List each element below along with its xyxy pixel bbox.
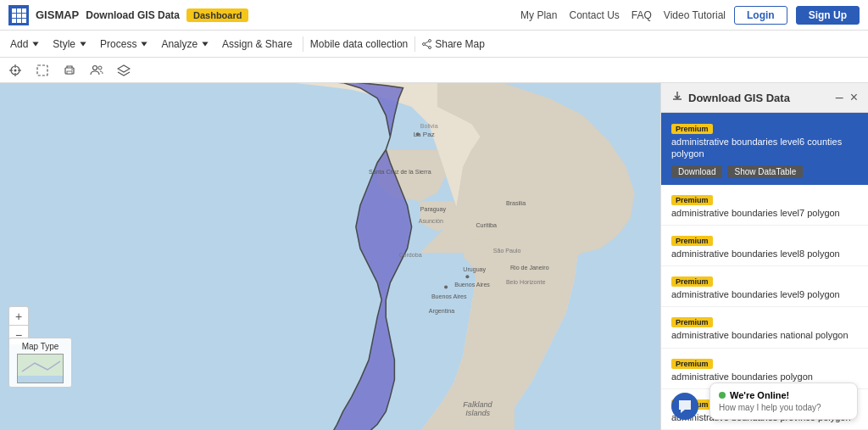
map-tool-crosshair[interactable] [7, 62, 24, 79]
toolbar-divider-2 [415, 36, 415, 52]
toolbar-add[interactable]: Add [7, 36, 44, 52]
map-tool-print[interactable] [61, 62, 78, 79]
svg-text:Buenos Aires: Buenos Aires [454, 282, 490, 288]
toolbar-analyze[interactable]: Analyze [158, 36, 214, 52]
toolbar-analyze-label: Analyze [161, 38, 198, 50]
svg-rect-1 [17, 8, 21, 13]
map-svg: Falkland Islands La Paz Bolivia Santa Cr… [0, 83, 660, 430]
svg-rect-7 [17, 19, 21, 23]
toolbar-share-map[interactable]: Share Map [422, 38, 485, 50]
share-icon [422, 39, 432, 49]
main-area: Falkland Islands La Paz Bolivia Santa Cr… [0, 83, 868, 430]
map-canvas[interactable]: Falkland Islands La Paz Bolivia Santa Cr… [0, 83, 660, 430]
map-type-thumbnail[interactable] [17, 354, 64, 383]
premium-layer-item[interactable]: Premiumadministrative boundaries level8 … [661, 226, 868, 266]
online-indicator [719, 392, 726, 399]
svg-rect-0 [12, 8, 16, 13]
map-tool-select[interactable] [34, 62, 51, 79]
svg-point-46 [444, 285, 448, 288]
svg-line-13 [426, 44, 429, 46]
login-button[interactable]: Login [734, 6, 787, 25]
logo-icon [8, 5, 29, 25]
nav-my-plan[interactable]: My Plan [520, 9, 557, 21]
toolbar-assign-share[interactable]: Assign & Share [219, 36, 296, 52]
svg-text:Asunción: Asunción [419, 218, 443, 225]
svg-rect-5 [22, 14, 26, 18]
panel-close-button[interactable]: × [850, 91, 858, 104]
toolbar-mobile-data[interactable]: Mobile data collection [310, 38, 408, 50]
svg-rect-8 [22, 19, 26, 23]
premium-layer-item[interactable]: Premiumadministrative boundaries nationa… [661, 307, 868, 348]
svg-text:Falkland: Falkland [463, 400, 492, 409]
svg-rect-3 [12, 14, 16, 18]
chat-help-label: How may I help you today? [719, 403, 849, 412]
selected-layer-item[interactable]: Premium administrative boundaries level6… [661, 113, 868, 185]
svg-text:Islands: Islands [465, 409, 490, 417]
svg-point-24 [93, 65, 97, 70]
panel-header: Download GIS Data – × [661, 83, 868, 113]
show-datatable-button[interactable]: Show DataTable [727, 165, 803, 178]
toolbar-add-label: Add [10, 38, 28, 50]
layer-item-text: administrative boundaries national polyg… [671, 329, 858, 341]
right-panel: Download GIS Data – × Premium administra… [660, 83, 868, 430]
panel-header-controls: – × [836, 91, 858, 104]
svg-point-44 [416, 132, 420, 136]
chat-widget: We're Online! How may I help you today? [709, 383, 858, 420]
header-right: My Plan Contact Us FAQ Video Tutorial Lo… [520, 6, 860, 25]
map-tool-layers[interactable] [115, 62, 132, 79]
svg-text:Paraguay: Paraguay [420, 206, 447, 213]
svg-text:Santa Cruz de la Sierra: Santa Cruz de la Sierra [369, 169, 431, 176]
svg-text:Rio de Janeiro: Rio de Janeiro [510, 265, 549, 271]
nav-faq[interactable]: FAQ [632, 9, 652, 21]
toolbar-process[interactable]: Process [97, 36, 153, 52]
premium-badge: Premium [671, 195, 713, 205]
svg-line-12 [426, 41, 429, 42]
share-map-label: Share Map [435, 38, 485, 50]
chevron-down-icon [78, 39, 88, 49]
svg-text:Córdoba: Córdoba [398, 252, 421, 259]
svg-text:Belo Horizonte: Belo Horizonte [506, 279, 545, 286]
svg-point-10 [429, 46, 431, 48]
layer-item-text: administrative boundaries polygon [671, 371, 858, 383]
map-type-label: Map Type [13, 342, 68, 351]
svg-point-25 [98, 66, 102, 70]
toolbar: Add Style Process Analyze Assign & Share… [0, 31, 868, 58]
premium-badge: Premium [671, 276, 713, 287]
signup-button[interactable]: Sign Up [796, 6, 860, 25]
chat-toggle-button[interactable] [671, 393, 698, 420]
svg-point-9 [429, 39, 431, 42]
svg-text:Uruguay: Uruguay [463, 266, 486, 273]
nav-video-tutorial[interactable]: Video Tutorial [664, 9, 726, 21]
toolbar-style[interactable]: Style [49, 36, 92, 52]
svg-text:São Paulo: São Paulo [493, 248, 521, 254]
chat-online-label: We're Online! [730, 390, 789, 400]
dashboard-badge[interactable]: Dashboard [186, 8, 248, 22]
premium-layer-item[interactable]: Premiumadministrative boundaries level7 … [661, 185, 868, 226]
svg-rect-22 [67, 71, 72, 74]
layer-item-text: administrative boundaries level9 polygon [671, 288, 858, 300]
premium-badge: Premium [671, 359, 713, 369]
svg-rect-4 [17, 14, 21, 18]
toolbar-divider [303, 36, 303, 52]
premium-badge: Premium [671, 236, 713, 246]
header-download-gis[interactable]: Download GIS Data [86, 9, 180, 21]
premium-layer-item[interactable]: Premiumadministrative boundaries level9 … [661, 266, 868, 307]
panel-header-left: Download GIS Data [671, 90, 790, 105]
svg-rect-2 [22, 8, 26, 13]
zoom-in-button[interactable]: + [9, 307, 28, 326]
svg-rect-20 [37, 65, 47, 75]
premium-badge: Premium [671, 317, 713, 327]
panel-minimize-button[interactable]: – [836, 91, 843, 104]
map-type-box: Map Type [8, 338, 72, 388]
svg-point-23 [71, 69, 73, 70]
svg-point-11 [423, 42, 426, 45]
selected-premium-badge: Premium [671, 124, 713, 134]
chevron-down-icon [200, 39, 210, 49]
map-tool-users[interactable] [88, 62, 105, 79]
selected-item-actions: Download Show DataTable [671, 165, 858, 178]
svg-rect-6 [12, 19, 16, 23]
svg-text:Bolivia: Bolivia [420, 123, 438, 130]
logo-text: GISMAP [36, 8, 79, 21]
download-button[interactable]: Download [671, 165, 722, 178]
nav-contact-us[interactable]: Contact Us [569, 9, 619, 21]
